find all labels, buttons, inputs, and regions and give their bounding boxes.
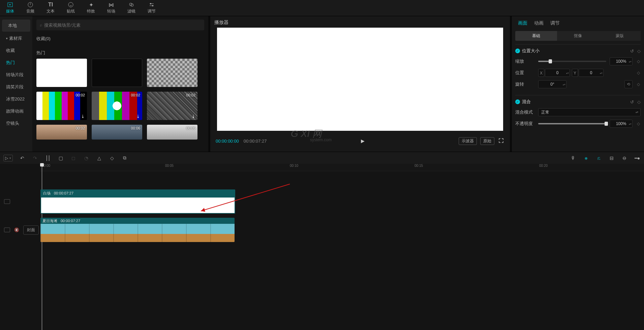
reset-icon[interactable]: ↺ [630,99,634,104]
fullscreen-button[interactable] [498,137,504,145]
tab-sticker[interactable]: 贴纸 [61,0,81,16]
tab-effects[interactable]: ✦ 特效 [81,0,101,16]
thumb-color-bars-1[interactable]: 00:02 ⭳ [36,92,87,120]
total-timecode: 00:00:07:27 [244,139,267,144]
keyframe-icon[interactable]: ◇ [636,59,641,64]
reset-icon[interactable]: ↺ [630,49,634,54]
thumb-white[interactable] [36,59,87,87]
rotate-button[interactable]: ◇ [109,155,115,161]
undo-button[interactable]: ↶ [19,155,26,161]
sparkle-icon: ✦ [88,2,94,8]
nav-popular[interactable]: 热门 [0,57,32,69]
track-toggle-icon[interactable] [4,199,10,204]
blend-mode-select[interactable]: 正常 ▴▾ [538,108,641,116]
inspector-tab-adjust[interactable]: 调节 [550,20,560,27]
keyframe-icon[interactable]: ◇ [636,82,641,87]
cover-button[interactable]: 封面 [23,226,39,235]
original-size-button[interactable]: 原始 [480,137,494,145]
crop-button[interactable]: ⧉ [121,155,128,161]
rotation-value[interactable]: 0°▴▾ [538,80,566,88]
split-button[interactable]: ⎮⎮ [44,155,51,161]
cursor-icon: ▷ [5,156,8,160]
opacity-row: 不透明度 100%▴▾ ◇ [515,120,641,128]
thumb-duration: 00:02 [75,126,85,130]
search-box[interactable]: ⌕ [36,20,204,30]
text-icon: TI [48,2,54,8]
thumb-noise[interactable]: 00:02 ⭳ [147,92,197,120]
scope-button[interactable]: 示波器 [459,137,477,145]
inspector-tab-animation[interactable]: 动画 [534,20,544,27]
opacity-slider[interactable] [538,123,606,124]
ruler-tick: 00:20 [539,164,548,168]
scale-slider[interactable] [538,61,606,62]
nav-local[interactable]: 本地 [2,20,30,32]
download-icon[interactable]: ⭳ [81,114,85,119]
nav-library[interactable]: ▾素材库 [0,32,32,44]
tool-1[interactable]: ◻ [70,155,77,161]
zoom-out-button[interactable]: ⊖ [621,155,628,161]
player-canvas[interactable] [217,28,503,131]
blend-mode-row: 混合模式 正常 ▴▾ [515,108,641,116]
redo-button[interactable]: ↷ [32,155,38,161]
nav-glitch[interactable]: 故障动画 [0,105,32,117]
check-icon[interactable]: ✓ [515,99,520,104]
keyframe-icon[interactable]: ◇ [637,49,641,54]
position-y-value[interactable]: 0▴▾ [579,69,604,77]
thumb-color-bars-2[interactable]: 00:02 ⭳ [92,92,142,120]
download-icon[interactable]: ⭳ [136,114,140,119]
tab-media[interactable]: 媒体 [0,0,20,16]
clip-white-field[interactable]: 白场 00:00:07:27 [40,189,235,214]
media-icon [7,2,13,8]
inspector-tab-picture[interactable]: 画面 [518,20,527,27]
mic-button[interactable]: 🎙 [570,155,577,161]
tab-text[interactable]: TI 文本 [40,0,61,16]
svg-point-6 [152,5,153,6]
thumb-transparent[interactable] [147,59,197,87]
position-x-value[interactable]: 0▴▾ [545,69,570,77]
thumb-black[interactable] [92,59,142,87]
nav-winter2022[interactable]: 冰雪2022 [0,93,32,105]
keyframe-icon[interactable]: ◇ [636,121,641,126]
opacity-value[interactable]: 100%▴▾ [610,120,633,128]
mirror-button[interactable]: △ [96,155,102,161]
magnet-main-button[interactable]: ⎈ [583,155,589,161]
track-toggle-icon[interactable] [4,228,10,232]
mute-icon[interactable]: 🔇 [14,228,19,232]
opacity-label: 不透明度 [515,121,535,127]
check-icon[interactable]: ✓ [515,49,520,53]
nav-empty-shot[interactable]: 空镜头 [0,117,32,129]
segment-mask[interactable]: 蒙版 [599,31,641,41]
clip-summer-beach[interactable]: 夏日海滩 00:00:07:27 [40,218,235,242]
nav-funny-clips[interactable]: 搞笑片段 [0,81,32,93]
timeline-ruler[interactable]: 00:00 00:05 00:10 00:15 00:20 [40,164,644,171]
thumb-clip-3[interactable]: 00:05 [147,125,197,140]
download-icon[interactable]: ⭳ [191,114,195,119]
selection-tool[interactable]: ▷ ▾ [3,155,13,161]
play-button[interactable]: ▶ [271,138,454,144]
align-button[interactable]: ⊟ [608,155,615,161]
library-nav: 本地 ▾素材库 收藏 热门 转场片段 搞笑片段 冰雪2022 故障动画 空镜头 [0,16,32,152]
thumb-clip-1[interactable]: 00:02 [36,125,87,140]
segment-cutout[interactable]: 抠像 [557,31,599,41]
magnet-link-button[interactable]: ⎌ [595,155,602,161]
speed-button[interactable]: ◔ [83,155,90,161]
delete-button[interactable]: ▢ [57,155,64,161]
zoom-slider[interactable]: ━● [634,155,641,161]
nav-transition-clips[interactable]: 转场片段 [0,69,32,81]
search-input[interactable] [44,23,201,28]
ruler-tick: 00:05 [165,164,174,168]
keyframe-icon[interactable]: ◇ [637,99,641,104]
thumb-duration: 00:02 [75,93,85,97]
tab-filter[interactable]: 滤镜 [121,0,142,16]
segment-basic[interactable]: 基础 [515,31,557,41]
rotation-label: 旋转 [515,81,535,87]
section-blend: ✓ 混合 ↺ ◇ 混合模式 正常 ▴▾ 不透明度 100%▴▾ ◇ [515,95,641,134]
keyframe-icon[interactable]: ◇ [636,70,641,75]
nav-favorites[interactable]: 收藏 [0,44,32,57]
tab-audio[interactable]: 音频 [20,0,40,16]
thumb-clip-2[interactable]: 00:06 [92,125,142,140]
tab-transition[interactable]: ⋈ 转场 [101,0,121,16]
rotation-flip-button[interactable]: ⟲ [624,80,633,88]
scale-value[interactable]: 100%▴▾ [610,57,633,65]
tab-adjust[interactable]: 调节 [142,0,162,16]
